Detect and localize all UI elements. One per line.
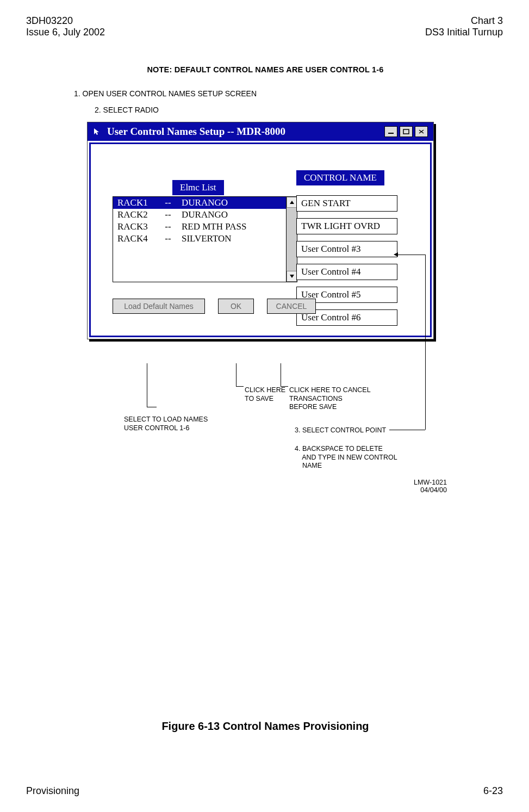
annot-cancel: CLICK HERE TO CANCEL TRANSACTIONS BEFORE…	[289, 386, 371, 412]
svg-rect-1	[403, 129, 409, 134]
list-item[interactable]: RACK1--DURANGO	[113, 197, 286, 209]
svg-marker-4	[290, 201, 294, 204]
svg-marker-5	[290, 275, 294, 278]
annot-line-ok	[236, 363, 237, 386]
control-name-field-1[interactable]: GEN START	[296, 195, 397, 212]
list-item[interactable]: RACK3--RED MTH PASS	[113, 221, 286, 233]
title-bar: User Control Names Setup -- MDR-8000	[88, 122, 433, 141]
drawing-id: LMW-1021 04/04/00	[414, 479, 447, 494]
elmc-listbox[interactable]: RACK1--DURANGORACK2--DURANGORACK3--RED M…	[113, 196, 297, 282]
window-title: User Control Names Setup -- MDR-8000	[107, 126, 382, 138]
footer-right: 6-23	[483, 785, 503, 797]
scroll-down-button[interactable]	[287, 271, 297, 282]
default-note: NOTE: DEFAULT CONTROL NAMES ARE USER CON…	[53, 65, 477, 74]
doc-id: 3DH03220	[26, 15, 105, 27]
figure-caption: Figure 6-13 Control Names Provisioning	[53, 720, 477, 733]
annot-line-cancel	[281, 363, 281, 386]
annot-step4: 4. BACKSPACE TO DELETE AND TYPE IN NEW C…	[295, 445, 397, 470]
scrollbar[interactable]	[286, 197, 297, 282]
client-frame: Elmc List CONTROL NAME RACK1--DURANGORAC…	[89, 142, 432, 337]
annot-step3: 3. SELECT CONTROL POINT	[295, 426, 386, 435]
header-left: 3DH03220 Issue 6, July 2002	[26, 15, 105, 38]
minimize-button[interactable]	[384, 126, 397, 137]
step-1: 1. OPEN USER CONTROL NAMES SETUP SCREEN	[74, 89, 477, 98]
figure-block: NOTE: DEFAULT CONTROL NAMES ARE USER CON…	[53, 65, 477, 733]
ok-button[interactable]: OK	[218, 299, 254, 314]
header-right: Chart 3 DS3 Initial Turnup	[425, 15, 503, 38]
control-name-field-3[interactable]: User Control #3	[296, 241, 397, 257]
maximize-button[interactable]	[400, 126, 413, 137]
chart-title: DS3 Initial Turnup	[425, 27, 503, 38]
load-default-names-button[interactable]: Load Default Names	[113, 299, 205, 314]
svg-rect-0	[388, 133, 394, 134]
elmc-list-label: Elmc List	[172, 180, 224, 195]
annot-line-load	[147, 363, 147, 407]
cancel-button[interactable]: CANCEL	[267, 299, 316, 314]
annot-save: CLICK HERE TO SAVE	[245, 386, 285, 403]
list-item[interactable]: RACK2--DURANGO	[113, 209, 286, 221]
control-name-label: CONTROL NAME	[296, 170, 384, 185]
annot-load: SELECT TO LOAD NAMES USER CONTROL 1-6	[124, 416, 208, 432]
dialog-window: User Control Names Setup -- MDR-8000 Elm…	[87, 122, 434, 339]
doc-issue: Issue 6, July 2002	[26, 27, 105, 38]
chart-num: Chart 3	[425, 15, 503, 27]
step-2: 2. SELECT RADIO	[95, 106, 477, 114]
control-name-field-2[interactable]: TWR LIGHT OVRD	[296, 218, 397, 234]
close-button[interactable]	[415, 126, 428, 137]
list-item[interactable]: RACK4--SILVERTON	[113, 233, 286, 245]
footer-left: Provisioning	[26, 785, 79, 797]
control-name-field-4[interactable]: User Control #4	[296, 264, 397, 280]
scroll-up-button[interactable]	[287, 197, 297, 208]
pointer-icon	[93, 127, 103, 137]
arrow-step3	[397, 255, 425, 255]
